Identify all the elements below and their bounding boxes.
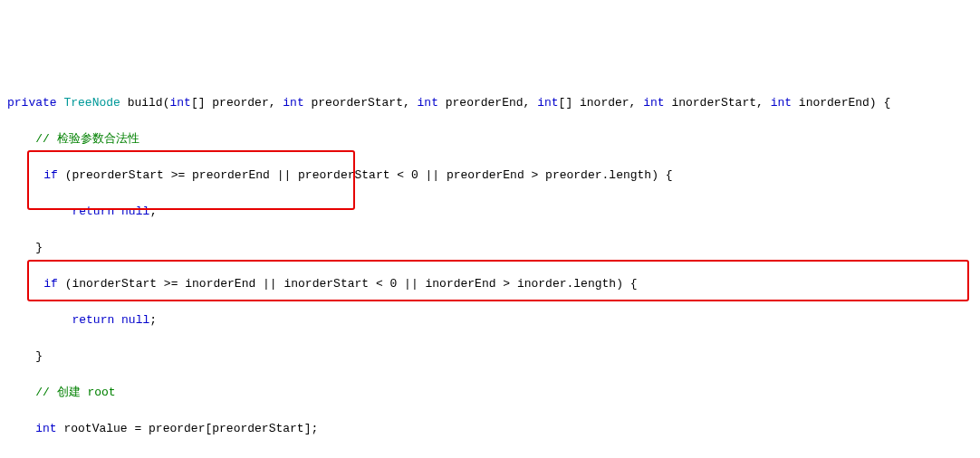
code-block: private TreeNode build(int[] preorder, i…: [7, 76, 973, 458]
code-line: private TreeNode build(int[] preorder, i…: [7, 94, 973, 112]
code-line: return null;: [7, 203, 973, 221]
code-line: return null;: [7, 311, 973, 329]
code-line: if (preorderStart >= preorderEnd || preo…: [7, 167, 973, 185]
code-line: // 检验参数合法性: [7, 130, 973, 148]
code-line: if (inorderStart >= inorderEnd || inorde…: [7, 275, 973, 293]
code-line: // 创建 root: [7, 384, 973, 402]
code-line: }: [7, 239, 973, 257]
code-line: }: [7, 348, 973, 366]
code-line: int rootValue = preorder[preorderStart];: [7, 420, 973, 438]
